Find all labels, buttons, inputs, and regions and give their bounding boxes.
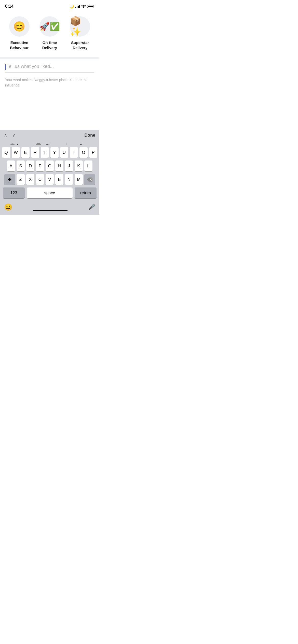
key-X[interactable]: X <box>26 174 34 185</box>
key-C[interactable]: C <box>36 174 44 185</box>
toolbar-prev-arrow[interactable]: ∧ <box>4 133 7 138</box>
shift-key[interactable] <box>4 174 15 185</box>
badge-superstar-icon: 📦✨ <box>70 16 90 37</box>
key-E[interactable]: E <box>21 147 30 158</box>
keyboard-toolbar: ∧ ∨ Done <box>0 130 99 141</box>
feedback-placeholder: Tell us what you liked... <box>7 64 54 69</box>
key-F[interactable]: F <box>36 160 44 171</box>
toolbar-nav: ∧ ∨ <box>4 133 15 138</box>
key-S[interactable]: S <box>17 160 25 171</box>
toolbar-done-button[interactable]: Done <box>85 133 96 138</box>
keyboard-row-1: Q W E R T Y U I O P <box>1 147 98 158</box>
key-W[interactable]: W <box>12 147 20 158</box>
feedback-input-wrapper[interactable]: Tell us what you liked... <box>5 64 94 73</box>
wifi-icon <box>82 5 86 8</box>
key-Q[interactable]: Q <box>2 147 10 158</box>
key-A[interactable]: A <box>7 160 15 171</box>
mic-key[interactable]: 🎤 <box>88 204 95 210</box>
badge-executive[interactable]: 😊 ExecutiveBehaviour <box>5 16 33 50</box>
space-key[interactable]: space <box>27 187 73 198</box>
badge-executive-label: ExecutiveBehaviour <box>10 40 29 50</box>
key-U[interactable]: U <box>60 147 68 158</box>
emoji-key[interactable]: 😀 <box>4 203 12 211</box>
key-O[interactable]: O <box>79 147 88 158</box>
key-M[interactable]: M <box>75 174 83 185</box>
key-P[interactable]: P <box>89 147 97 158</box>
keyboard: Q W E R T Y U I O P A S D F G H J K L <box>0 145 99 215</box>
badge-executive-icon: 😊 <box>9 16 30 37</box>
badge-superstar[interactable]: 📦✨ SuperstarDelivery <box>66 16 94 50</box>
key-D[interactable]: D <box>26 160 34 171</box>
key-Z[interactable]: Z <box>17 174 25 185</box>
status-bar: 6:14 🌙 <box>0 0 99 11</box>
key-N[interactable]: N <box>65 174 73 185</box>
signal-bars-icon <box>75 5 80 8</box>
keyboard-row-4: 123 space return <box>1 187 98 198</box>
toolbar-next-arrow[interactable]: ∨ <box>12 133 15 138</box>
key-L[interactable]: L <box>84 160 92 171</box>
keyboard-row-2: A S D F G H J K L <box>1 160 98 171</box>
feedback-section: Tell us what you liked... Your word make… <box>0 59 99 91</box>
badges-section: 😊 ExecutiveBehaviour 🚀✅ On-timeDelivery … <box>0 11 99 57</box>
return-key[interactable]: return <box>75 187 97 198</box>
text-cursor <box>5 64 6 70</box>
key-Y[interactable]: Y <box>50 147 59 158</box>
badge-ontime-label: On-timeDelivery <box>42 40 57 50</box>
key-H[interactable]: H <box>55 160 63 171</box>
key-R[interactable]: R <box>31 147 39 158</box>
section-divider <box>0 57 99 59</box>
keyboard-row-3: Z X C V B N M <box>1 174 98 185</box>
badge-ontime-icon: 🚀✅ <box>39 16 60 37</box>
key-I[interactable]: I <box>70 147 78 158</box>
key-G[interactable]: G <box>46 160 54 171</box>
badge-ontime[interactable]: 🚀✅ On-timeDelivery <box>36 16 64 50</box>
key-B[interactable]: B <box>55 174 63 185</box>
moon-icon: 🌙 <box>70 4 74 8</box>
status-time: 6:14 <box>5 4 13 9</box>
badge-superstar-label: SuperstarDelivery <box>71 40 89 50</box>
key-J[interactable]: J <box>65 160 73 171</box>
status-icons: 🌙 <box>70 4 94 8</box>
numbers-key[interactable]: 123 <box>3 187 25 198</box>
battery-icon <box>87 5 94 8</box>
feedback-hint: Your word makes Swiggy a better place. Y… <box>5 76 94 88</box>
delete-key[interactable] <box>84 174 95 185</box>
key-V[interactable]: V <box>46 174 54 185</box>
key-K[interactable]: K <box>75 160 83 171</box>
key-T[interactable]: T <box>41 147 49 158</box>
keyboard-area: ∧ ∨ Done I The I'm Q W E R T Y U I O <box>0 203 99 215</box>
